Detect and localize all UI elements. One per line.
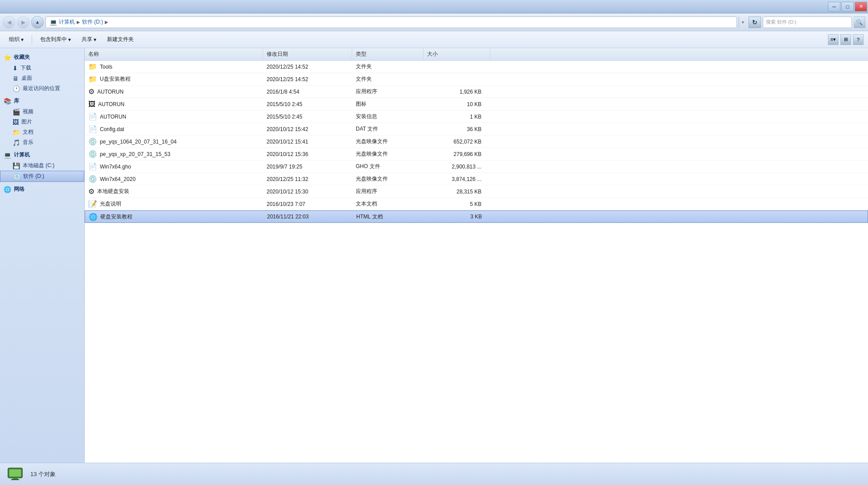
sidebar-item-video[interactable]: 🎬 视频 <box>0 107 84 117</box>
breadcrumb-drive[interactable]: 软件 (D:) <box>82 18 103 26</box>
computer-section: 💻 计算机 💾 本地磁盘 (C:) 💿 软件 (D:) <box>0 149 84 182</box>
file-name-cell: 📄 AUTORUN <box>85 112 263 121</box>
refresh-button[interactable]: ↻ <box>749 16 761 28</box>
toolbar-separator-1 <box>32 35 32 45</box>
organize-dropdown-icon: ▾ <box>21 37 24 43</box>
table-row[interactable]: 💿 Win7x64_2020 2020/12/25 11:32 光盘映像文件 3… <box>85 173 868 185</box>
file-size-cell: 10 KB <box>424 101 490 107</box>
favorites-label: 收藏夹 <box>14 53 30 61</box>
sidebar-item-music[interactable]: 🎵 音乐 <box>0 137 84 148</box>
file-icon: ⚙ <box>88 187 95 196</box>
minimize-button[interactable]: ─ <box>828 2 840 12</box>
file-type-cell: 图标 <box>352 100 424 108</box>
table-row[interactable]: ⚙ 本地硬盘安装 2020/10/12 15:30 应用程序 28,315 KB <box>85 185 868 198</box>
file-date-cell: 2016/11/21 22:03 <box>263 214 353 220</box>
table-row[interactable]: 📄 Win7x64.gho 2019/9/7 19:25 GHO 文件 2,90… <box>85 160 868 173</box>
new-folder-button[interactable]: 新建文件夹 <box>103 33 138 46</box>
view-details-button[interactable]: ⊞ <box>840 34 851 45</box>
close-button[interactable]: ✕ <box>855 2 867 12</box>
breadcrumb-computer[interactable]: 计算机 <box>59 18 75 26</box>
file-type-cell: 文本文档 <box>352 200 424 208</box>
file-size-cell: 5 KB <box>424 201 490 207</box>
file-name: U盘安装教程 <box>100 75 131 83</box>
search-icon: 🔍 <box>856 19 863 25</box>
sidebar-item-desktop[interactable]: 🖥 桌面 <box>0 73 84 83</box>
table-row[interactable]: 🌐 硬盘安装教程 2016/11/21 22:03 HTML 文档 3 KB <box>85 210 868 223</box>
computer-label: 计算机 <box>14 151 30 159</box>
svg-rect-1 <box>9 469 21 477</box>
table-row[interactable]: 📄 Config.dat 2020/10/12 15:42 DAT 文件 36 … <box>85 123 868 136</box>
file-type-cell: 光盘映像文件 <box>352 175 424 183</box>
table-row[interactable]: 📝 光盘说明 2016/10/23 7:07 文本文档 5 KB <box>85 198 868 210</box>
view-toggle-button[interactable]: ≡▾ <box>828 34 839 45</box>
computer-icon: 💻 <box>4 152 11 159</box>
file-name: pe_yqs_xp_20_07_31_15_53 <box>100 151 170 157</box>
up-button[interactable]: ▲ <box>31 16 44 29</box>
file-name-cell: 📁 U盘安装教程 <box>85 75 263 83</box>
music-label: 音乐 <box>23 139 33 146</box>
file-icon: 💿 <box>88 150 97 158</box>
forward-button[interactable]: ▶ <box>17 16 29 29</box>
search-button[interactable]: 🔍 <box>854 16 865 28</box>
file-icon: 🌐 <box>89 213 98 221</box>
column-header-name[interactable]: 名称 <box>85 48 263 60</box>
column-header-size[interactable]: 大小 <box>424 48 490 60</box>
status-text: 13 个对象 <box>30 470 56 478</box>
breadcrumb-dropdown[interactable]: ▾ <box>739 16 747 28</box>
maximize-button[interactable]: □ <box>841 2 854 12</box>
table-row[interactable]: 📁 Tools 2020/12/25 14:52 文件夹 <box>85 61 868 73</box>
file-date-cell: 2016/10/23 7:07 <box>263 201 352 207</box>
file-size-cell: 28,315 KB <box>424 189 490 195</box>
file-name: 本地硬盘安装 <box>97 188 129 195</box>
help-button[interactable]: ? <box>853 34 864 45</box>
network-icon: 🌐 <box>4 186 11 193</box>
video-icon: 🎬 <box>12 108 20 115</box>
file-type-cell: 文件夹 <box>352 63 424 70</box>
file-type-cell: 光盘映像文件 <box>352 150 424 158</box>
file-icon: 📝 <box>88 200 97 208</box>
table-row[interactable]: 🖼 AUTORUN 2015/5/10 2:45 图标 10 KB <box>85 98 868 111</box>
file-name: Tools <box>100 64 112 70</box>
include-library-button[interactable]: 包含到库中 ▾ <box>36 33 75 46</box>
sidebar-item-documents[interactable]: 📁 文档 <box>0 127 84 137</box>
file-type-cell: HTML 文档 <box>353 213 424 221</box>
column-header-type[interactable]: 类型 <box>352 48 424 60</box>
library-header[interactable]: 📚 库 <box>0 95 84 107</box>
file-name: Win7x64.gho <box>100 164 131 170</box>
file-name: Config.dat <box>100 126 124 132</box>
filelist-header: 名称 修改日期 类型 大小 <box>85 48 868 61</box>
library-icon: 📚 <box>4 98 11 105</box>
file-name-cell: 📄 Config.dat <box>85 125 263 133</box>
file-rows-container: 📁 Tools 2020/12/25 14:52 文件夹 📁 U盘安装教程 20… <box>85 61 868 223</box>
file-type-cell: 应用程序 <box>352 88 424 95</box>
recent-icon: 🕐 <box>12 85 20 92</box>
search-placeholder: 搜索 软件 (D:) <box>766 19 849 25</box>
sidebar-item-c-drive[interactable]: 💾 本地磁盘 (C:) <box>0 160 84 171</box>
network-header[interactable]: 🌐 网络 <box>0 184 84 195</box>
sidebar-item-pictures[interactable]: 🖼 图片 <box>0 117 84 127</box>
organize-button[interactable]: 组织 ▾ <box>4 33 28 46</box>
library-section: 📚 库 🎬 视频 🖼 图片 📁 文档 🎵 音乐 <box>0 95 84 148</box>
sidebar-item-recent[interactable]: 🕐 最近访问的位置 <box>0 83 84 94</box>
sidebar-item-download[interactable]: ⬇ 下载 <box>0 63 84 73</box>
table-row[interactable]: 📁 U盘安装教程 2020/12/25 14:52 文件夹 <box>85 73 868 86</box>
toolbar-right: ≡▾ ⊞ ? <box>828 34 864 45</box>
computer-header[interactable]: 💻 计算机 <box>0 149 84 160</box>
file-icon: 📁 <box>88 75 97 83</box>
file-name: AUTORUN <box>100 114 126 120</box>
favorites-header[interactable]: ⭐ 收藏夹 <box>0 52 84 63</box>
table-row[interactable]: 💿 pe_yqs_xp_20_07_31_15_53 2020/10/12 15… <box>85 148 868 160</box>
file-name-cell: 🌐 硬盘安装教程 <box>85 213 263 221</box>
file-name-cell: 📝 光盘说明 <box>85 200 263 208</box>
share-button[interactable]: 共享 ▾ <box>77 33 101 46</box>
video-label: 视频 <box>23 108 33 115</box>
back-button[interactable]: ◀ <box>3 16 15 29</box>
sidebar-item-d-drive[interactable]: 💿 软件 (D:) <box>0 171 84 182</box>
music-icon: 🎵 <box>12 139 20 146</box>
search-bar: 搜索 软件 (D:) <box>763 16 852 28</box>
table-row[interactable]: 💿 pe_yqs_1064_20_07_31_16_04 2020/10/12 … <box>85 136 868 148</box>
table-row[interactable]: 📄 AUTORUN 2015/5/10 2:45 安装信息 1 KB <box>85 111 868 123</box>
column-header-date[interactable]: 修改日期 <box>263 48 352 60</box>
pictures-label: 图片 <box>21 118 32 126</box>
table-row[interactable]: ⚙ AUTORUN 2016/1/8 4:54 应用程序 1,926 KB <box>85 86 868 98</box>
